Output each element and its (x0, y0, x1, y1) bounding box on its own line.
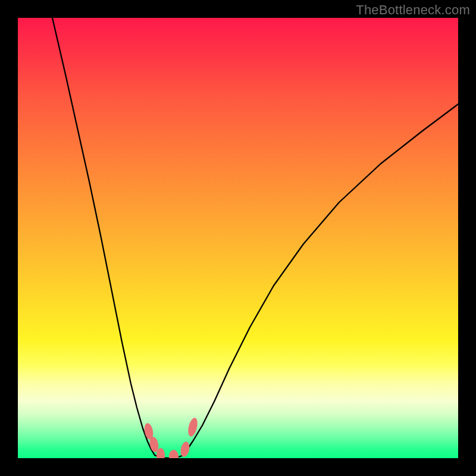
curve-right-branch (183, 104, 458, 455)
curve-left-branch (52, 18, 155, 455)
curve-layer (18, 18, 458, 458)
valley-markers (143, 417, 199, 458)
chart-container: TheBottleneck.com (0, 0, 476, 476)
marker-dot (179, 441, 190, 458)
watermark-text: TheBottleneck.com (356, 2, 470, 18)
marker-dot (169, 450, 178, 458)
plot-area (18, 18, 458, 458)
